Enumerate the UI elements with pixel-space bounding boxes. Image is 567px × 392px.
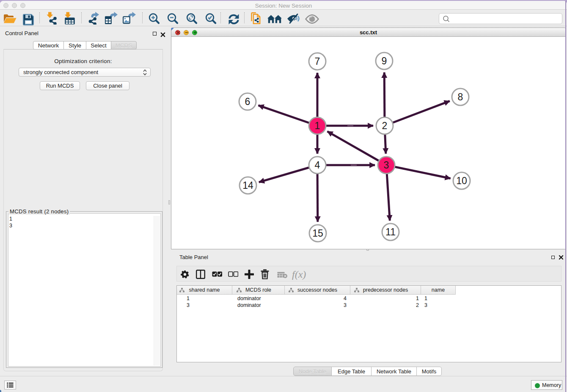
svg-text:3: 3 [384,160,389,171]
svg-text:14: 14 [242,180,253,191]
svg-text:1: 1 [315,120,320,131]
svg-text:11: 11 [385,226,396,237]
svg-text:7: 7 [315,56,320,67]
svg-text:15: 15 [312,228,323,239]
svg-text:6: 6 [245,96,250,107]
svg-text:8: 8 [458,91,463,102]
svg-text:2: 2 [382,120,388,131]
svg-text:4: 4 [315,160,320,171]
svg-text:9: 9 [382,55,387,66]
svg-text:10: 10 [456,175,467,186]
